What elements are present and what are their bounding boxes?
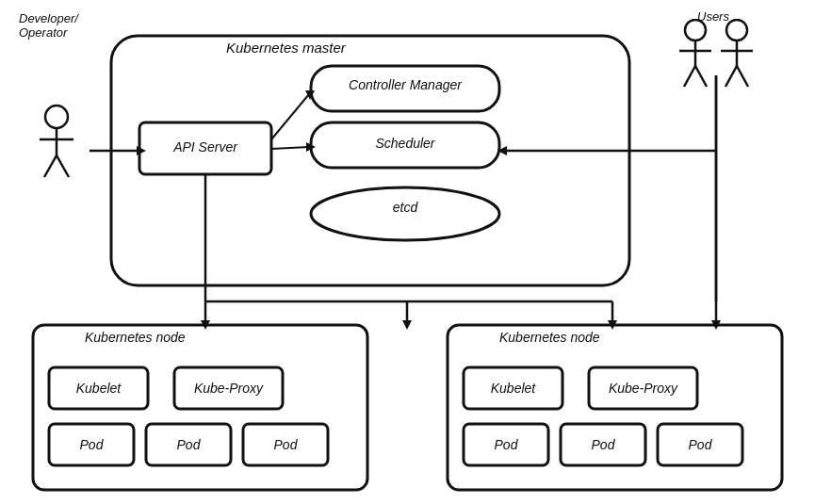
svg-line-42 bbox=[57, 155, 69, 177]
svg-point-43 bbox=[685, 20, 706, 41]
kube-proxy2-label: Kube-Proxy bbox=[589, 381, 697, 396]
svg-line-51 bbox=[725, 66, 737, 87]
svg-point-48 bbox=[726, 20, 747, 41]
diagram: Developer/ Operator Users Kubernetes mas… bbox=[0, 0, 815, 504]
kubelet2-label: Kubelet bbox=[464, 381, 562, 396]
pod1-label: Pod bbox=[49, 437, 134, 452]
kubernetes-master-label: Kubernetes master bbox=[226, 40, 346, 56]
controller-manager-label: Controller Manager bbox=[311, 77, 499, 92]
pod6-label: Pod bbox=[658, 437, 742, 452]
svg-line-41 bbox=[44, 155, 57, 177]
pod4-label: Pod bbox=[464, 437, 548, 452]
svg-line-47 bbox=[695, 66, 707, 87]
pod5-label: Pod bbox=[561, 437, 645, 452]
etcd-label: etcd bbox=[358, 200, 452, 215]
pod3-label: Pod bbox=[243, 437, 328, 452]
svg-line-46 bbox=[684, 66, 695, 87]
user-person1 bbox=[672, 19, 719, 94]
kubernetes-node2-label: Kubernetes node bbox=[499, 330, 600, 345]
pod2-label: Pod bbox=[146, 437, 231, 452]
developer-person bbox=[33, 104, 80, 188]
api-server-label: API Server bbox=[139, 139, 271, 154]
svg-marker-37 bbox=[402, 320, 412, 330]
scheduler-label: Scheduler bbox=[311, 136, 499, 151]
developer-label: Developer/ Operator bbox=[19, 11, 78, 40]
kubelet1-label: Kubelet bbox=[49, 381, 148, 396]
user-person2 bbox=[713, 19, 760, 94]
svg-line-52 bbox=[737, 66, 748, 87]
kube-proxy1-label: Kube-Proxy bbox=[174, 381, 283, 396]
kubernetes-node1-label: Kubernetes node bbox=[85, 330, 186, 345]
svg-point-38 bbox=[45, 106, 68, 128]
